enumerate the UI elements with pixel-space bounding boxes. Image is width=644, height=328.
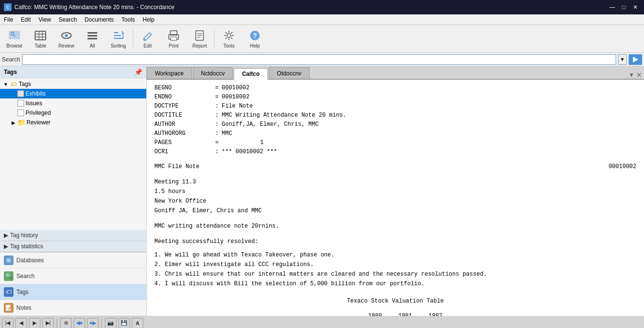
title-bar: C Calfco: MMC Writing Attendance Note 20… (0, 0, 644, 14)
tree-item-reviewer[interactable]: ▶ 📁 Reviewer (0, 118, 146, 127)
document-content: BEGNO = 00010002 ENDNO = 00010002 DOCTYP… (147, 80, 644, 316)
field-ocr1-name: OCR1 (154, 147, 212, 156)
bottom-nav: ⊞ Databases 🔍 Search 🏷 Tags 📝 Notes (0, 252, 146, 316)
print-button[interactable]: Print (161, 27, 186, 51)
nav-font-button[interactable]: A (132, 318, 143, 328)
menu-edit[interactable]: Edit (17, 14, 35, 24)
doc-para-3: New York Office (154, 196, 636, 206)
review-button[interactable]: Review (54, 27, 79, 51)
all-button[interactable]: All (80, 27, 105, 51)
databases-label: Databases (16, 257, 44, 264)
menu-documents[interactable]: Documents (81, 14, 118, 24)
search-nav-label: Search (16, 273, 35, 279)
nav-next-tag-button[interactable]: ●▶ (87, 318, 99, 328)
menu-tools[interactable]: Tools (118, 14, 139, 24)
print-label: Print (169, 43, 179, 49)
table-button[interactable]: Table (28, 27, 53, 51)
doc-meeting-result: Meeting successfully resolved: (154, 237, 636, 246)
privileged-expander[interactable] (10, 109, 17, 117)
sorting-button[interactable]: Sorting (106, 27, 131, 51)
close-button[interactable]: ✕ (631, 2, 640, 12)
tree-item-issues[interactable]: Issues (0, 98, 146, 108)
menu-search[interactable]: Search (55, 14, 81, 24)
tab-nctdoccv-label: Nctdoccv (201, 70, 225, 77)
field-author-name: AUTHOR (154, 120, 212, 129)
search-dropdown[interactable]: ▼ (618, 54, 627, 65)
field-ocr1: OCR1 : *** 00010002 *** (154, 147, 636, 156)
panel-pin-icon[interactable]: 📌 (134, 68, 142, 76)
menu-view[interactable]: View (35, 14, 55, 24)
search-go-button[interactable] (629, 54, 642, 65)
tools-button[interactable]: Tools (216, 27, 241, 51)
all-icon (86, 29, 99, 42)
tab-close-icon[interactable]: ✕ (636, 71, 642, 79)
tags-header-label: Tags (4, 69, 17, 75)
tags-panel-header: Tags 📌 (0, 66, 146, 78)
tree-root-label: Tags (19, 81, 31, 87)
field-begno-name: BEGNO (154, 84, 212, 92)
expander-icon[interactable]: ▼ (2, 80, 10, 88)
tab-otdoccnv-label: Otdoccnv (277, 70, 302, 77)
bottom-bar: |◀ ◀ ▶ ▶| ⊕ ◀● ●▶ 📷 💾 A Ready Document 1… (0, 316, 644, 328)
issues-expander[interactable] (10, 99, 17, 107)
field-endno-value: 00010002 (222, 93, 636, 101)
field-pages-value: 1 (222, 138, 636, 147)
doc-file-note-title: MMC File Note (154, 162, 200, 171)
field-doctype-name: DOCTYPE (154, 102, 212, 110)
svg-rect-3 (35, 31, 46, 40)
tree-item-privileged[interactable]: Privileged (0, 108, 146, 118)
left-panel: Tags 📌 ▼ 🏷 Tags Exhibits (0, 66, 147, 316)
nav-notes[interactable]: 📝 Notes (0, 300, 146, 316)
report-button[interactable]: Report (187, 27, 212, 51)
nav-add-button[interactable]: ⊕ (60, 318, 72, 328)
search-bar: Search ▼ (0, 53, 644, 66)
svg-rect-21 (171, 37, 177, 40)
tree-item-tags-root[interactable]: ▼ 🏷 Tags (0, 79, 146, 89)
field-pages-name: PAGES (154, 138, 212, 147)
nav-prev-button[interactable]: ◀ (15, 318, 27, 328)
svg-marker-29 (633, 57, 638, 62)
nav-camera-button[interactable]: 📷 (105, 318, 116, 328)
help-button[interactable]: ? Help (242, 27, 267, 51)
report-icon (193, 29, 206, 42)
menu-file[interactable]: File (0, 14, 17, 24)
print-icon (167, 29, 180, 42)
field-ocr1-value: *** 00010002 *** (222, 147, 636, 156)
tab-nctdoccv[interactable]: Nctdoccv (193, 67, 233, 79)
search-input[interactable] (22, 54, 616, 65)
report-label: Report (192, 43, 207, 49)
svg-point-9 (65, 34, 68, 37)
maximize-button[interactable]: □ (619, 2, 629, 12)
nav-tags[interactable]: 🏷 Tags (0, 284, 146, 300)
tag-history-section[interactable]: ▶ Tag history (0, 230, 146, 241)
tab-collapse-icon[interactable]: ▼ (629, 72, 634, 78)
col-header-1980: 1980 (360, 311, 390, 316)
nav-search[interactable]: 🔍 Search (0, 268, 146, 284)
reviewer-expander[interactable]: ▶ (10, 119, 17, 126)
menu-help[interactable]: Help (139, 14, 159, 24)
nav-save-button[interactable]: 💾 (118, 318, 130, 328)
tab-calfco[interactable]: Calfco (234, 68, 268, 80)
nav-prev-tag-button[interactable]: ◀● (74, 318, 85, 328)
field-doctitle-value: MMC Writing Attendance Note 20 mins. (222, 111, 636, 120)
exhibits-expander[interactable] (10, 90, 17, 97)
tab-otdoccnv[interactable]: Otdoccnv (269, 67, 310, 79)
doc-item-3: 3. Chris will ensure that our internal m… (154, 269, 636, 279)
tree-item-exhibits[interactable]: Exhibits (0, 89, 146, 98)
nav-play-button[interactable]: ▶ (29, 318, 40, 328)
browse-button[interactable]: Browse (2, 27, 27, 51)
help-label: Help (250, 43, 260, 49)
sorting-icon (112, 29, 125, 42)
nav-databases[interactable]: ⊞ Databases (0, 253, 146, 268)
nav-last-button[interactable]: ▶| (42, 318, 54, 328)
nav-sep-1 (57, 319, 57, 328)
sorting-label: Sorting (111, 43, 126, 49)
doc-item-2: 2. Elmer will investigate all CCC regula… (154, 260, 636, 269)
tab-workspace[interactable]: Workspace (147, 67, 192, 79)
edit-button[interactable]: Edit (135, 27, 160, 51)
tag-statistics-section[interactable]: ▶ Tag statistics (0, 241, 146, 252)
browse-label: Browse (6, 43, 22, 49)
tags-nav-label: Tags (16, 289, 28, 295)
nav-first-button[interactable]: |◀ (2, 318, 13, 328)
minimize-button[interactable]: — (607, 2, 617, 12)
